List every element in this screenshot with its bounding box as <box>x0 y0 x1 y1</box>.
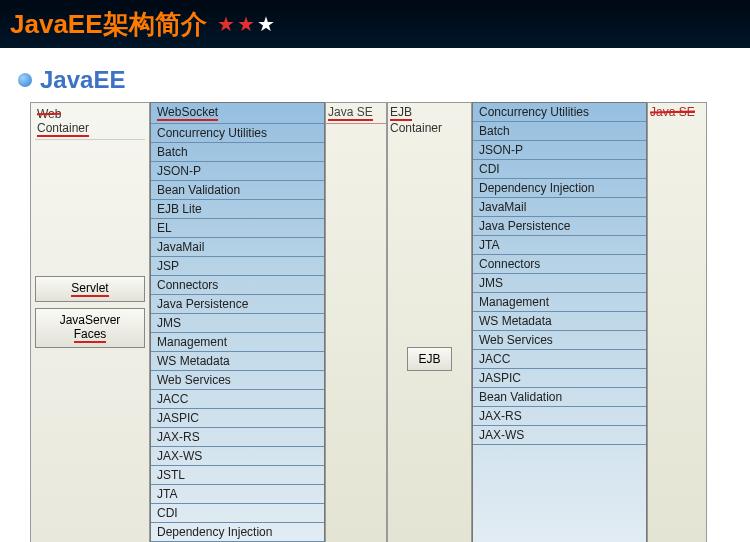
api-item: Batch <box>473 122 646 141</box>
api-item: Batch <box>151 143 324 162</box>
api-item: Web Services <box>151 371 324 390</box>
api-item: JAX-RS <box>473 407 646 426</box>
api-item: EJB Lite <box>151 200 324 219</box>
subtitle-text: JavaEE <box>40 66 125 94</box>
api-item: CDI <box>473 160 646 179</box>
java-se-column-left: Java SE <box>325 102 387 542</box>
web-container-apis: WebSocketConcurrency UtilitiesBatchJSON-… <box>150 102 325 542</box>
slide-title: JavaEE架构简介 <box>10 7 207 42</box>
star-icon: ★ <box>237 12 255 36</box>
star-icon: ★ <box>217 12 235 36</box>
api-item: JACC <box>151 390 324 409</box>
api-item: JMS <box>473 274 646 293</box>
container-label: Container <box>37 121 89 137</box>
jsf-label-1: JavaServer <box>60 313 121 327</box>
api-item: JMS <box>151 314 324 333</box>
api-item: JASPIC <box>473 369 646 388</box>
api-item: Java Persistence <box>151 295 324 314</box>
servlet-label: Servlet <box>71 281 108 297</box>
ejb-box: EJB <box>407 347 451 371</box>
api-item: JavaMail <box>151 238 324 257</box>
api-item: JASPIC <box>151 409 324 428</box>
api-item: JAX-WS <box>473 426 646 445</box>
web-container-column: Web Container Servlet JavaServer Faces <box>30 102 150 542</box>
jsf-box: JavaServer Faces <box>35 308 145 348</box>
api-item: WS Metadata <box>473 312 646 331</box>
api-item: Web Services <box>473 331 646 350</box>
api-item: Connectors <box>473 255 646 274</box>
web-label: Web <box>37 107 61 121</box>
architecture-diagram: Web Container Servlet JavaServer Faces W… <box>0 102 750 542</box>
api-item: JSON-P <box>473 141 646 160</box>
api-item: Concurrency Utilities <box>473 103 646 122</box>
api-item: Bean Validation <box>151 181 324 200</box>
slide-header: JavaEE架构简介 ★ ★ ★ <box>0 0 750 48</box>
api-item: Concurrency Utilities <box>151 124 324 143</box>
container-label: Container <box>390 121 442 135</box>
api-item: JAX-RS <box>151 428 324 447</box>
java-se-column-right: Java SE <box>647 102 707 542</box>
api-item: Dependency Injection <box>151 523 324 542</box>
api-item: WebSocket <box>151 103 324 124</box>
api-item: EL <box>151 219 324 238</box>
api-item: Dependency Injection <box>473 179 646 198</box>
ejb-container-apis: Concurrency UtilitiesBatchJSON-PCDIDepen… <box>472 102 647 542</box>
api-item: CDI <box>151 504 324 523</box>
api-item: JTA <box>473 236 646 255</box>
api-item: Java Persistence <box>473 217 646 236</box>
api-item: Management <box>473 293 646 312</box>
jsf-label-2: Faces <box>74 327 107 343</box>
ejb-label: EJB <box>390 105 412 121</box>
api-item: Connectors <box>151 276 324 295</box>
api-item: Bean Validation <box>473 388 646 407</box>
api-item: JSP <box>151 257 324 276</box>
api-item: Management <box>151 333 324 352</box>
bullet-icon <box>18 73 32 87</box>
api-item: JACC <box>473 350 646 369</box>
api-item: JSTL <box>151 466 324 485</box>
section-title: JavaEE <box>0 48 750 102</box>
ejb-container-label: EJB Container <box>388 103 471 137</box>
api-item: JAX-WS <box>151 447 324 466</box>
rating-stars: ★ ★ ★ <box>217 12 275 36</box>
java-se-label-right: Java SE <box>648 103 706 121</box>
api-item: JSON-P <box>151 162 324 181</box>
api-item: JavaMail <box>473 198 646 217</box>
web-container-label: Web Container <box>35 105 145 140</box>
servlet-box: Servlet <box>35 276 145 302</box>
star-icon: ★ <box>257 12 275 36</box>
java-se-label: Java SE <box>326 103 386 124</box>
api-item: JTA <box>151 485 324 504</box>
api-item: WS Metadata <box>151 352 324 371</box>
ejb-container-column: EJB Container EJB <box>387 102 472 542</box>
